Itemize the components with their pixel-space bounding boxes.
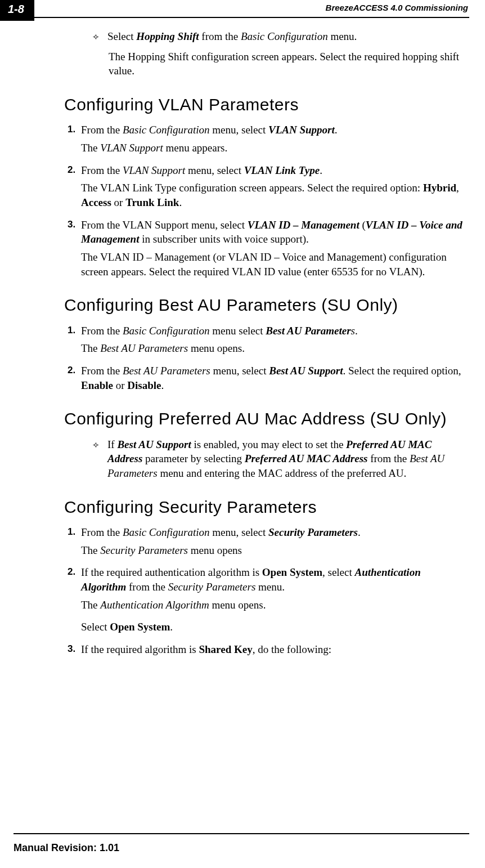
diamond-icon: ✧ xyxy=(92,32,100,43)
item-number: 2. xyxy=(68,364,81,377)
item-number: 1. xyxy=(68,324,81,337)
item-text: From the Basic Configuration menu select… xyxy=(81,324,466,338)
item-text: From the Basic Configuration menu, selec… xyxy=(81,525,466,540)
security-list: 1.From the Basic Configuration menu, sel… xyxy=(68,525,466,656)
footer-text: Manual Revision: 1.01 xyxy=(14,841,119,854)
item-sub-text: Select Open System. xyxy=(81,620,466,634)
item-number: 1. xyxy=(68,123,81,136)
list-item: 1.From the Basic Configuration menu, sel… xyxy=(68,123,466,137)
section-heading-bestau: Configuring Best AU Parameters (SU Only) xyxy=(64,294,466,316)
item-text: From the VLAN Support menu, select VLAN … xyxy=(81,163,466,178)
list-item: 3.If the required algorithm is Shared Ke… xyxy=(68,642,466,657)
item-number: 2. xyxy=(68,164,81,177)
list-item: 2.If the required authentication algorit… xyxy=(68,565,466,594)
intro-bullet-text: Select Hopping Shift from the Basic Conf… xyxy=(107,29,466,44)
item-text: If the required authentication algorithm… xyxy=(81,565,466,594)
section-heading-vlan: Configuring VLAN Parameters xyxy=(64,94,466,115)
item-sub-text: The Best AU Parameters menu opens. xyxy=(81,341,466,356)
list-item: 1.From the Basic Configuration menu, sel… xyxy=(68,525,466,540)
section-heading-security: Configuring Security Parameters xyxy=(64,496,466,518)
item-number: 1. xyxy=(68,526,81,539)
page-header: 1-8 BreezeACCESS 4.0 Commissioning xyxy=(0,0,469,18)
item-sub-text: The VLAN ID – Management (or VLAN ID – V… xyxy=(81,250,466,279)
list-item: 1.From the Basic Configuration menu sele… xyxy=(68,324,466,338)
item-number: 3. xyxy=(68,218,81,231)
vlan-list: 1.From the Basic Configuration menu, sel… xyxy=(68,123,466,279)
diamond-icon: ✧ xyxy=(92,440,100,451)
footer-rule xyxy=(14,833,469,834)
section-heading-mac: Configuring Preferred AU Mac Address (SU… xyxy=(64,408,466,429)
item-text: From the Basic Configuration menu, selec… xyxy=(81,123,466,137)
page-number: 1-8 xyxy=(0,0,34,21)
item-text: If the required algorithm is Shared Key,… xyxy=(81,642,466,657)
intro-follow-text: The Hopping Shift configuration screen a… xyxy=(92,50,466,78)
mac-bullet-text: If Best AU Support is enabled, you may e… xyxy=(107,437,466,481)
item-number: 2. xyxy=(68,566,81,579)
list-item: 2.From the VLAN Support menu, select VLA… xyxy=(68,163,466,178)
page-content: ✧ Select Hopping Shift from the Basic Co… xyxy=(0,18,485,657)
intro-bullet: ✧ Select Hopping Shift from the Basic Co… xyxy=(92,29,466,44)
item-text: From the Best AU Parameters menu, select… xyxy=(81,364,466,392)
list-item: 3.From the VLAN Support menu, select VLA… xyxy=(68,218,466,247)
item-text: From the VLAN Support menu, select VLAN … xyxy=(81,218,466,247)
bestau-list: 1.From the Basic Configuration menu sele… xyxy=(68,324,466,393)
item-number: 3. xyxy=(68,643,81,656)
list-item: 2.From the Best AU Parameters menu, sele… xyxy=(68,364,466,392)
item-sub-text: The VLAN Link Type configuration screen … xyxy=(81,181,466,209)
mac-bullet: ✧ If Best AU Support is enabled, you may… xyxy=(92,437,466,481)
item-sub-text: The Security Parameters menu opens xyxy=(81,543,466,558)
document-title: BreezeACCESS 4.0 Commissioning xyxy=(326,0,469,14)
item-sub-text: The Authentication Algorithm menu opens. xyxy=(81,598,466,612)
item-sub-text: The VLAN Support menu appears. xyxy=(81,141,466,155)
